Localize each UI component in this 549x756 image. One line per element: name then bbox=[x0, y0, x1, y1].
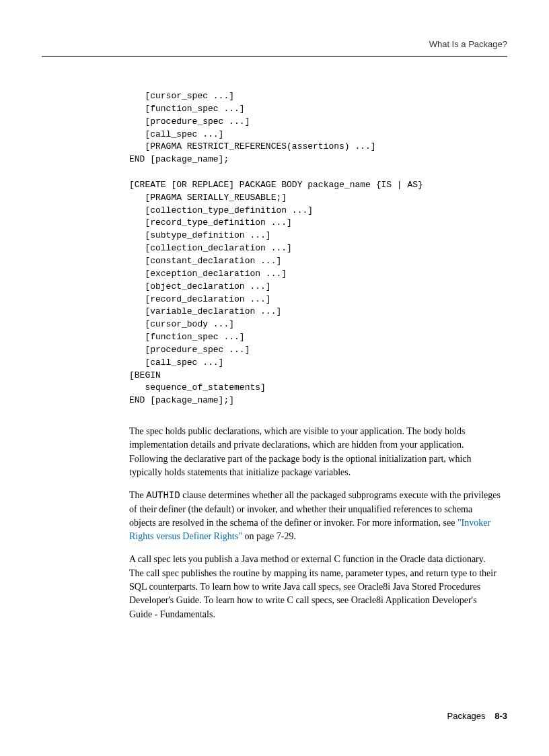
header-title: What Is a Package? bbox=[429, 39, 507, 49]
page-header: What Is a Package? bbox=[42, 39, 507, 57]
p2-text-c: on page 7-29. bbox=[242, 531, 296, 541]
paragraph-call-spec: A call spec lets you publish a Java meth… bbox=[129, 553, 501, 621]
footer-chapter: Packages bbox=[447, 711, 485, 721]
content-area: [cursor_spec ...] [function_spec ...] [p… bbox=[129, 90, 501, 621]
footer-page-number: 8-3 bbox=[495, 711, 507, 721]
paragraph-authid: The AUTHID clause determines whether all… bbox=[129, 489, 501, 543]
page-footer: Packages 8-3 bbox=[447, 711, 507, 721]
authid-code: AUTHID bbox=[146, 490, 180, 501]
paragraph-spec-body: The spec holds public declarations, whic… bbox=[129, 425, 501, 479]
p2-text-b: clause determines whether all the packag… bbox=[129, 490, 501, 528]
code-block: [cursor_spec ...] [function_spec ...] [p… bbox=[129, 90, 501, 407]
p2-text-a: The bbox=[129, 490, 146, 500]
